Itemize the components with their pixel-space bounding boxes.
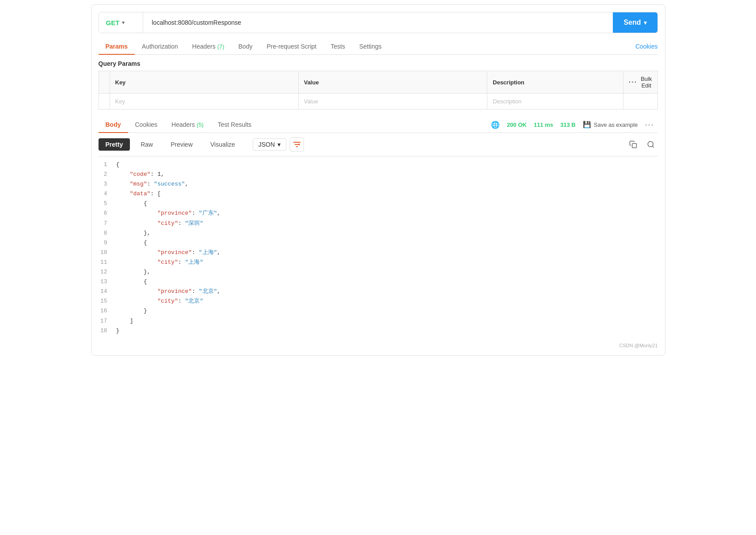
- response-status-area: 🌐 200 OK 111 ms 313 B 💾 Save as example …: [491, 120, 657, 129]
- code-line: 8 },: [99, 228, 658, 238]
- resp-tab-body[interactable]: Body: [99, 117, 128, 133]
- code-line: 10 "province": "上海",: [99, 248, 658, 258]
- col-checkbox: [99, 71, 110, 94]
- code-line: 4 "data": [: [99, 189, 658, 199]
- method-selector[interactable]: GET ▾: [99, 12, 143, 33]
- view-preview-button[interactable]: Preview: [163, 138, 200, 151]
- tab-settings[interactable]: Settings: [352, 38, 389, 54]
- request-tabs: Params Authorization Headers (7) Body Pr…: [99, 38, 658, 55]
- send-chevron-icon: ▾: [644, 19, 647, 26]
- svg-point-4: [648, 141, 653, 147]
- view-raw-button[interactable]: Raw: [133, 138, 160, 151]
- json-code-area: 1 { 2 "code": 1, 3 "msg": "success", 4 "…: [99, 156, 658, 339]
- tab-authorization[interactable]: Authorization: [135, 38, 185, 54]
- table-row: Key Value Description: [99, 94, 657, 110]
- save-icon: 💾: [583, 121, 591, 129]
- code-line: 17 ]: [99, 316, 658, 326]
- code-line: 9 {: [99, 238, 658, 248]
- tab-params[interactable]: Params: [99, 38, 135, 54]
- url-input[interactable]: [147, 12, 610, 33]
- globe-icon: 🌐: [491, 121, 500, 129]
- code-line: 3 "msg": "success",: [99, 179, 658, 189]
- send-button[interactable]: Send ▾: [613, 12, 657, 33]
- copy-button[interactable]: [626, 137, 640, 152]
- more-options-icon[interactable]: ···: [645, 120, 654, 129]
- status-size: 313 B: [560, 121, 576, 128]
- bulk-edit-button[interactable]: Bulk Edit: [641, 76, 652, 89]
- view-visualize-button[interactable]: Visualize: [203, 138, 242, 151]
- code-line: 15 "city": "北京": [99, 296, 658, 306]
- resp-tab-cookies[interactable]: Cookies: [128, 117, 165, 133]
- status-ok: 200 OK: [507, 121, 527, 128]
- row-value[interactable]: Value: [298, 94, 487, 110]
- row-actions: [623, 94, 657, 110]
- row-key[interactable]: Key: [110, 94, 298, 110]
- tab-headers[interactable]: Headers (7): [185, 38, 232, 54]
- search-button[interactable]: [644, 137, 658, 152]
- col-key: Key: [110, 71, 298, 94]
- json-toolbar: Pretty Raw Preview Visualize JSON ▾: [99, 133, 658, 156]
- json-format-select[interactable]: JSON ▾: [253, 138, 286, 151]
- method-chevron-icon: ▾: [122, 19, 125, 26]
- method-label: GET: [106, 19, 120, 27]
- format-chevron-icon: ▾: [277, 141, 281, 148]
- tab-pre-request-script[interactable]: Pre-request Script: [259, 38, 323, 54]
- params-table: Key Value Description ··· Bulk Edit: [99, 71, 658, 110]
- code-line: 14 "province": "北京",: [99, 287, 658, 296]
- url-bar: GET ▾ Send ▾: [99, 12, 658, 33]
- tab-body[interactable]: Body: [232, 38, 260, 54]
- query-params-title: Query Params: [99, 55, 658, 71]
- row-desc[interactable]: Description: [487, 94, 623, 110]
- save-example-button[interactable]: 💾 Save as example: [583, 121, 638, 129]
- cookies-link[interactable]: Cookies: [635, 38, 658, 54]
- more-icon[interactable]: ···: [629, 78, 637, 86]
- code-line: 1 {: [99, 160, 658, 170]
- col-desc: Description: [487, 71, 623, 94]
- code-line: 12 },: [99, 267, 658, 277]
- code-line: 18 }: [99, 326, 658, 336]
- code-line: 13 {: [99, 277, 658, 287]
- col-actions: ··· Bulk Edit: [623, 71, 657, 94]
- code-line: 7 "city": "深圳": [99, 219, 658, 228]
- filter-icon: [293, 141, 300, 148]
- filter-button[interactable]: [290, 137, 304, 152]
- col-value: Value: [298, 71, 487, 94]
- svg-line-5: [652, 146, 653, 147]
- resp-tab-headers[interactable]: Headers (5): [164, 117, 211, 133]
- copy-icon: [629, 140, 637, 148]
- code-line: 11 "city": "上海": [99, 258, 658, 267]
- watermark: CSDN @Monly21: [99, 339, 658, 348]
- code-line: 16 }: [99, 306, 658, 316]
- code-line: 6 "province": "广东",: [99, 209, 658, 218]
- code-line: 5 {: [99, 199, 658, 209]
- code-line: 2 "code": 1,: [99, 170, 658, 179]
- search-icon: [647, 140, 655, 148]
- row-checkbox: [99, 94, 110, 110]
- tab-tests[interactable]: Tests: [323, 38, 352, 54]
- resp-tab-test-results[interactable]: Test Results: [211, 117, 258, 133]
- response-tabs-bar: Body Cookies Headers (5) Test Results 🌐 …: [99, 117, 658, 133]
- svg-rect-3: [632, 144, 636, 148]
- view-pretty-button[interactable]: Pretty: [99, 138, 130, 151]
- status-time: 111 ms: [534, 121, 553, 128]
